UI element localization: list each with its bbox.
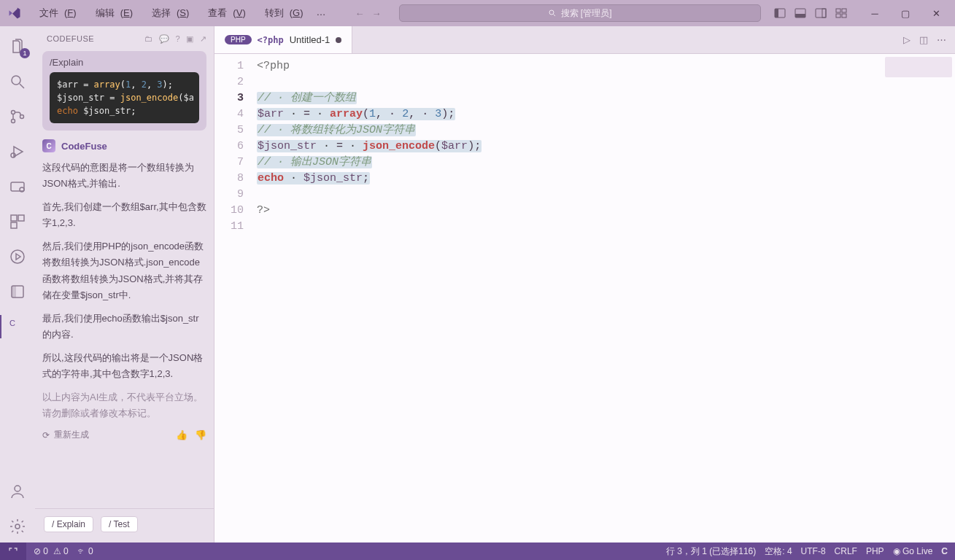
search-icon xyxy=(548,9,557,18)
menu-edit[interactable]: 编辑(E) xyxy=(84,4,139,23)
code-line[interactable] xyxy=(257,74,482,90)
status-ports[interactable]: ᯤ 0 xyxy=(77,546,93,556)
menu-select[interactable]: 选择(S) xyxy=(140,4,195,23)
activity-search[interactable] xyxy=(0,66,35,98)
chip-explain[interactable]: / Explain xyxy=(44,516,93,532)
split-editor-icon[interactable]: ◫ xyxy=(919,34,928,45)
thumbs-up-icon[interactable]: 👍 xyxy=(176,429,187,440)
external-icon[interactable]: ↗ xyxy=(200,34,207,44)
sidebar-title: CODEFUSE xyxy=(47,34,94,43)
close-icon[interactable]: ✕ xyxy=(921,2,951,24)
status-codefuse-icon[interactable]: C xyxy=(941,546,948,556)
explain-paragraph: 所以,这段代码的输出将是一个JSON格式的字符串,其中包含数字1,2,3. xyxy=(42,350,206,382)
activity-settings[interactable] xyxy=(0,510,35,542)
codefuse-logo-icon: C xyxy=(42,139,55,152)
code-line[interactable]: // · 创建一个数组 xyxy=(257,90,482,106)
menu-bar: 文件(F) 编辑(E) 选择(S) 查看(V) 转到(G) … xyxy=(28,4,332,23)
svg-rect-10 xyxy=(836,14,840,18)
svg-rect-7 xyxy=(822,9,826,18)
activity-scm[interactable] xyxy=(0,101,35,133)
svg-rect-6 xyxy=(816,9,826,18)
activity-debug[interactable] xyxy=(0,136,35,168)
thumbs-down-icon[interactable]: 👎 xyxy=(195,429,206,440)
chip-test[interactable]: / Test xyxy=(101,516,137,532)
activity-testing[interactable] xyxy=(0,241,35,273)
chat-command: /Explain xyxy=(50,57,199,68)
activity-extensions[interactable] xyxy=(0,206,35,238)
svg-rect-3 xyxy=(775,9,778,18)
editor-actions: ▷ ◫ ⋯ xyxy=(894,26,955,53)
editor-tabs: PHP <?php Untitled-1 ▷ ◫ ⋯ xyxy=(214,26,955,54)
svg-point-17 xyxy=(11,153,15,158)
customize-layout-icon[interactable] xyxy=(832,4,850,22)
warning-icon: ⚠ xyxy=(53,546,61,556)
activity-bookmarks[interactable] xyxy=(0,276,35,308)
chat-icon[interactable]: 💬 xyxy=(159,34,170,44)
explain-paragraph: 最后,我们使用echo函数输出$json_str的内容. xyxy=(42,311,206,343)
svg-rect-18 xyxy=(11,182,24,191)
run-icon[interactable]: ▷ xyxy=(903,34,910,45)
error-icon: ⊘ xyxy=(34,546,41,556)
code-line[interactable]: <?php xyxy=(257,58,482,74)
menu-more[interactable]: … xyxy=(311,4,332,23)
code-line[interactable]: $json_str · = · json_encode($arr); xyxy=(257,139,482,155)
explain-paragraph: 这段代码的意图是将一个数组转换为JSON格式,并输出. xyxy=(42,160,206,192)
status-remote[interactable] xyxy=(0,542,26,560)
menu-file[interactable]: 文件(F) xyxy=(28,4,82,23)
chat-user-bubble: /Explain $arr = array(1, 2, 3);$json_str… xyxy=(42,51,206,131)
editor-tab[interactable]: PHP <?php Untitled-1 xyxy=(214,26,352,53)
menu-go[interactable]: 转到(G) xyxy=(253,4,309,23)
toggle-panel-icon[interactable] xyxy=(792,4,809,22)
nav-forward-icon[interactable]: → xyxy=(372,8,382,19)
more-actions-icon[interactable]: ⋯ xyxy=(937,34,946,45)
svg-point-26 xyxy=(15,486,20,491)
folder-icon[interactable]: 🗀 xyxy=(144,34,153,44)
line-gutter: 1234567891011 xyxy=(214,54,254,542)
antenna-icon: ᯤ xyxy=(77,546,86,556)
sidebar-footer: / Explain / Test xyxy=(35,508,214,542)
vscode-icon xyxy=(4,7,25,20)
menu-view[interactable]: 查看(V) xyxy=(196,4,251,23)
status-cursor[interactable]: 行 3，列 1 (已选择116) xyxy=(666,545,756,558)
code-line[interactable]: // · 输出JSON字符串 xyxy=(257,155,482,171)
file-glyph: <?php xyxy=(258,35,284,45)
status-golive[interactable]: ◉ Go Live xyxy=(893,546,933,556)
activity-explorer[interactable]: 1 xyxy=(0,31,35,63)
status-language[interactable]: PHP xyxy=(866,546,884,556)
code-line[interactable]: $arr · = · array(1, · 2, · 3); xyxy=(257,106,482,122)
maximize-icon[interactable]: ▢ xyxy=(891,2,920,24)
code-content[interactable]: <?php// · 创建一个数组$arr · = · array(1, · 2,… xyxy=(254,54,482,542)
code-line[interactable] xyxy=(257,187,482,203)
activity-remote[interactable] xyxy=(0,171,35,203)
popout-icon[interactable]: ▣ xyxy=(186,34,194,44)
activity-codefuse[interactable]: C xyxy=(0,311,35,343)
code-line[interactable]: echo · $json_str; xyxy=(257,171,482,187)
ai-disclaimer: 以上内容为AI生成，不代表平台立场。请勿删除或者修改本标记。 xyxy=(42,389,206,421)
svg-line-13 xyxy=(20,84,24,88)
code-line[interactable]: // · 将数组转化为JSON字符串 xyxy=(257,122,482,139)
toggle-secondary-icon[interactable] xyxy=(812,4,830,22)
explorer-badge: 1 xyxy=(20,48,30,58)
code-line[interactable]: ?> xyxy=(257,203,482,219)
status-indent[interactable]: 空格: 4 xyxy=(765,545,792,558)
minimize-icon[interactable]: ─ xyxy=(860,2,889,24)
code-line[interactable] xyxy=(257,219,482,235)
command-search[interactable]: 搜索 [管理员] xyxy=(399,4,761,22)
explain-paragraph: 首先,我们创建一个数组$arr,其中包含数字1,2,3. xyxy=(42,199,206,231)
search-placeholder: 搜索 [管理员] xyxy=(561,7,612,20)
svg-rect-22 xyxy=(11,222,17,228)
nav-back-icon[interactable]: ← xyxy=(355,8,365,19)
minimap[interactable] xyxy=(885,57,952,77)
layout-toggles xyxy=(771,4,850,22)
toggle-sidebar-icon[interactable] xyxy=(771,4,789,22)
sidebar-codefuse: CODEFUSE 🗀 💬 ? ▣ ↗ /Explain $arr = array… xyxy=(35,26,214,542)
code-editor[interactable]: 1234567891011 <?php// · 创建一个数组$arr · = ·… xyxy=(214,54,955,542)
activity-account[interactable] xyxy=(0,475,35,508)
status-eol[interactable]: CRLF xyxy=(835,546,857,556)
broadcast-icon: ◉ xyxy=(893,546,900,556)
status-problems[interactable]: ⊘ 0 ⚠ 0 xyxy=(34,546,69,556)
help-icon[interactable]: ? xyxy=(175,34,180,44)
title-bar: 文件(F) 编辑(E) 选择(S) 查看(V) 转到(G) … ← → 搜索 [… xyxy=(0,0,955,26)
regenerate-button[interactable]: ⟳ 重新生成 xyxy=(42,429,89,441)
status-encoding[interactable]: UTF-8 xyxy=(801,546,826,556)
